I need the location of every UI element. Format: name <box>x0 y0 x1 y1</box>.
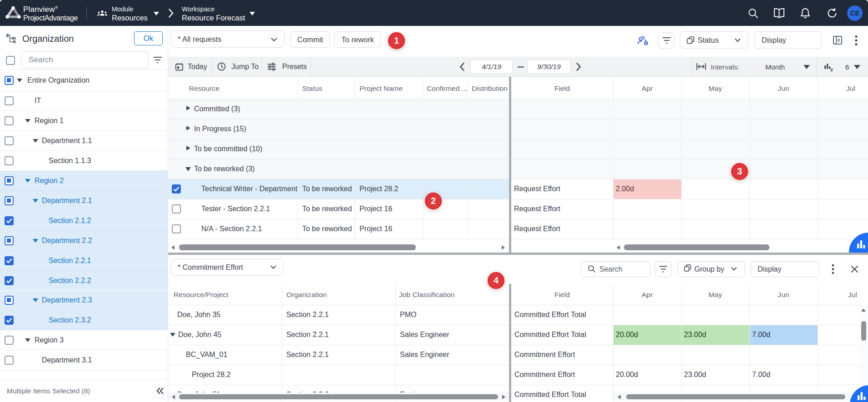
svg-text:#: # <box>830 67 833 72</box>
